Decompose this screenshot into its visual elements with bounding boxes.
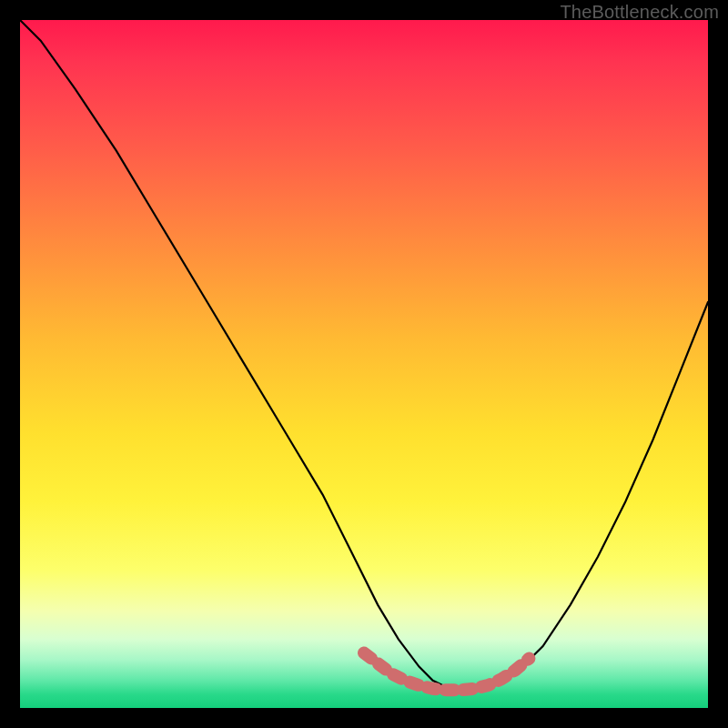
chart-frame: TheBottleneck.com xyxy=(0,0,728,728)
optimal-band-path xyxy=(364,653,529,691)
watermark-text: TheBottleneck.com xyxy=(560,2,719,23)
bottleneck-curve-path xyxy=(20,20,708,690)
chart-svg xyxy=(20,20,708,708)
chart-plot-area xyxy=(20,20,708,708)
